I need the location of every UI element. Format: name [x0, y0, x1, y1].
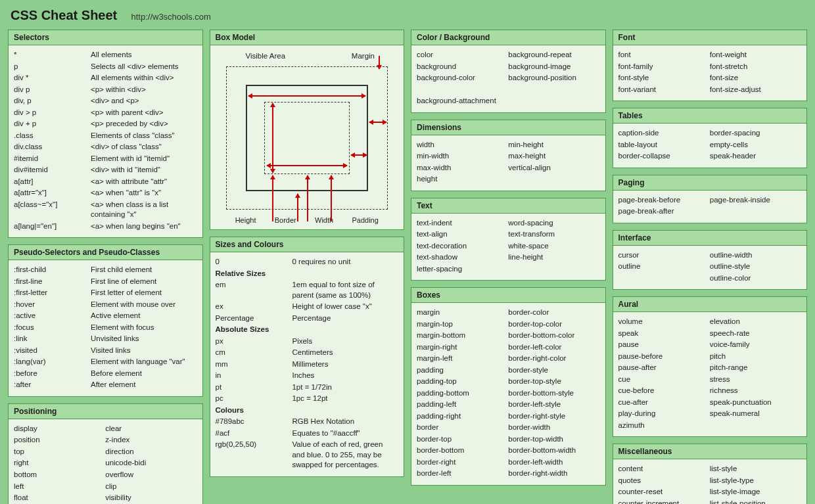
panel-title: Interface — [613, 231, 807, 246]
property-desc: Element with language "var" — [91, 356, 197, 368]
page-title: CSS Cheat Sheet — [11, 8, 117, 23]
property-name: * — [14, 49, 91, 61]
property-name: em — [216, 279, 292, 301]
panel-dimensions: Dimensions widthmin-widthmax-widthheight… — [411, 120, 606, 191]
property-desc: Elements of class "class" — [91, 130, 197, 142]
property-name: padding — [417, 365, 508, 377]
property-name: font-style — [618, 72, 710, 84]
property-name: pitch-range — [710, 362, 801, 374]
property-name: cue-after — [618, 397, 710, 409]
property-desc: <a> when class is a list containing "x" — [91, 199, 197, 221]
property-name: border-bottom-color — [508, 330, 599, 342]
property-name: border-color — [508, 307, 599, 319]
panel-title: Selectors — [9, 30, 202, 45]
property-desc: Centimeters — [292, 347, 398, 359]
property-name: outline — [618, 261, 710, 273]
property-name: :focus — [14, 322, 91, 334]
property-desc: Equates to "#aaccff" — [292, 428, 398, 440]
property-name: border-bottom-width — [508, 445, 599, 457]
property-desc: First letter of element — [91, 287, 197, 299]
property-name: :first-letter — [14, 287, 91, 299]
property-name: border-right-color — [508, 353, 599, 365]
property-name: :hover — [14, 299, 91, 311]
property-name: div * — [14, 72, 91, 84]
property-name: counter-increment — [618, 498, 710, 504]
property-name: pt — [216, 382, 292, 394]
panel-title: Boxes — [411, 288, 605, 303]
property-name: visibility — [105, 492, 197, 504]
property-desc: Selects all <div> elements — [91, 61, 197, 73]
property-name: rgb(0,25,50) — [216, 439, 292, 471]
property-desc: Element with id "itemid" — [91, 153, 197, 165]
panel-selectors: Selectors *All elementspSelects all <div… — [8, 30, 203, 238]
property-desc: <a> when lang begins "en" — [91, 221, 197, 233]
property-name: padding-right — [417, 411, 508, 423]
property-desc: Active element — [91, 310, 197, 322]
property-name: elevation — [710, 316, 801, 328]
source-link[interactable]: http://w3schools.com — [131, 12, 210, 22]
property-name: max-height — [508, 150, 599, 162]
property-name: pitch — [710, 351, 801, 363]
property-name: display — [14, 423, 105, 435]
panel-interface: Interface cursoroutlineoutline-widthoutl… — [613, 230, 808, 290]
property-name: height — [417, 173, 508, 185]
property-name: page-break-inside — [710, 195, 801, 206]
property-name: font-family — [618, 61, 710, 73]
property-name: #acf — [216, 428, 292, 440]
property-name: color — [417, 49, 508, 61]
property-name: background-attachment — [417, 95, 508, 107]
property-name: top — [14, 446, 105, 458]
property-name: left — [14, 481, 105, 493]
property-name: max-width — [417, 162, 508, 174]
property-name: :link — [14, 333, 91, 345]
property-name: min-width — [417, 150, 508, 162]
property-name: a[lang|="en"] — [14, 221, 91, 233]
property-name: voice-family — [710, 339, 801, 351]
property-name: margin-bottom — [417, 330, 508, 342]
property-name: border-left-color — [508, 342, 599, 354]
panel-title: Positioning — [9, 404, 202, 419]
property-name: div.class — [14, 141, 91, 153]
panel-font: Font fontfont-familyfont-stylefont-varia… — [613, 30, 808, 101]
property-name: border-style — [508, 365, 599, 377]
property-name: page-break-after — [618, 206, 710, 218]
property-name: font-stretch — [710, 61, 801, 73]
property-name: a[attr] — [14, 176, 91, 188]
property-name: font — [618, 49, 710, 61]
panel-title: Tables — [613, 108, 807, 124]
box-model-diagram — [220, 62, 395, 214]
property-name: mm — [216, 359, 292, 371]
property-name: background-image — [508, 61, 599, 73]
property-name: font-weight — [710, 49, 801, 61]
property-name: border-left-width — [508, 457, 599, 469]
property-name: overflow — [105, 469, 197, 481]
property-name: play-during — [618, 408, 710, 420]
property-name: speak — [618, 328, 710, 340]
property-name: direction — [105, 446, 197, 458]
panel-title: Box Model — [210, 30, 404, 45]
property-name: speak-punctuation — [710, 397, 801, 409]
property-name: border-left-style — [508, 399, 599, 411]
property-name: border-right-width — [508, 468, 599, 480]
property-name: background — [417, 61, 508, 73]
panel-title: Aural — [613, 297, 807, 312]
property-name: margin-left — [417, 353, 508, 365]
property-desc: Visited links — [91, 345, 197, 357]
panel-title: Miscellaneous — [613, 444, 807, 459]
property-name: font-size-adjust — [710, 84, 801, 96]
panel-positioning: Positioning displaypositiontoprightbotto… — [8, 403, 203, 504]
property-name: right — [14, 457, 105, 469]
property-name: position — [14, 434, 105, 446]
property-name: a[attr="x"] — [14, 187, 91, 199]
property-name: outline-style — [710, 261, 801, 273]
property-desc: <a> with attribute "attr" — [91, 176, 197, 188]
property-name: caption-side — [618, 127, 710, 139]
property-desc: All elements within <div> — [91, 72, 197, 84]
property-desc: Element with focus — [91, 322, 197, 334]
property-name: text-decoration — [417, 241, 508, 252]
section-heading: Absolute Sizes — [216, 324, 399, 336]
property-name: clear — [105, 423, 197, 435]
property-name: background-repeat — [508, 49, 599, 61]
property-name: #itemid — [14, 153, 91, 165]
property-desc: Before element — [91, 368, 197, 380]
